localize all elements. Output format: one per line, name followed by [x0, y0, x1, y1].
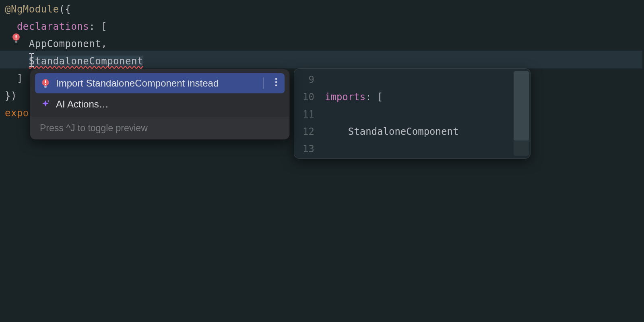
code-line: declarations: [ — [5, 18, 644, 35]
more-vert-icon[interactable] — [273, 78, 279, 89]
error-lightbulb-icon — [41, 78, 50, 88]
svg-point-12 — [275, 85, 277, 86]
svg-rect-9 — [45, 87, 47, 88]
preview-code: imports: [ StandaloneComponent ], declar… — [317, 70, 530, 158]
ai-sparkle-icon — [41, 99, 50, 109]
svg-point-7 — [45, 84, 46, 85]
code-line: AppComponent, — [5, 35, 644, 53]
divider — [263, 78, 264, 89]
quickfix-item-import[interactable]: Import StandaloneComponent instead — [35, 73, 285, 93]
code-line: StandaloneComponent — [5, 53, 644, 70]
code-editor[interactable]: @NgModule({ declarations: [ AppComponent… — [0, 0, 644, 322]
line-number: 9 — [294, 71, 314, 89]
svg-rect-8 — [44, 87, 47, 87]
svg-point-10 — [275, 78, 277, 80]
preview-panel: 9 10 11 12 13 imports: [ StandaloneCompo… — [294, 68, 530, 159]
decorator-token: @NgModule — [5, 4, 59, 15]
svg-rect-3 — [15, 41, 17, 42]
svg-point-11 — [275, 81, 277, 83]
line-number: 12 — [294, 123, 314, 140]
error-identifier: StandaloneComponent — [29, 56, 143, 67]
line-number: 13 — [294, 140, 314, 158]
line-number: 11 — [294, 106, 314, 123]
keyword-token: expo — [5, 107, 29, 119]
code-line: @NgModule({ — [5, 1, 644, 18]
quickfix-item-ai-actions[interactable]: AI Actions… — [35, 94, 285, 114]
svg-point-2 — [15, 38, 17, 39]
property-token: declarations — [17, 21, 89, 32]
preview-gutter: 9 10 11 12 13 — [294, 70, 317, 158]
svg-rect-4 — [15, 42, 17, 43]
quickfix-popup: Import StandaloneComponent instead AI Ac… — [30, 69, 290, 140]
preview-scrollbar-thumb[interactable] — [514, 71, 529, 140]
svg-rect-1 — [16, 35, 17, 38]
quickfix-item-label: Import StandaloneComponent instead — [56, 78, 219, 89]
gutter-error-bulb-icon[interactable] — [11, 33, 21, 45]
identifier-token: AppComponent — [29, 38, 101, 50]
quickfix-hint: Press ^J to toggle preview — [30, 117, 289, 139]
svg-rect-6 — [45, 80, 46, 83]
line-number: 10 — [294, 89, 314, 106]
quickfix-item-label: AI Actions… — [56, 99, 109, 110]
